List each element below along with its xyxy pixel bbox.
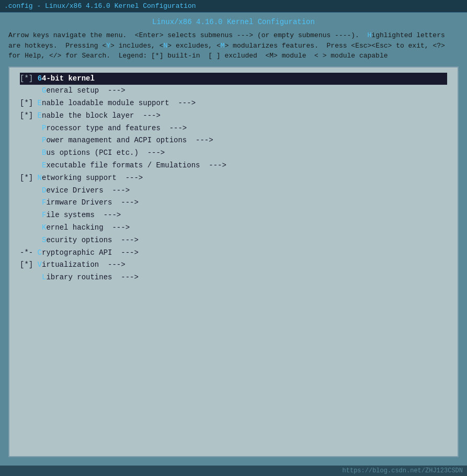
menu-item-power-mgmt[interactable]: Power management and ACPI options ---> (20, 134, 447, 147)
menu-item-processor[interactable]: Processor type and features ---> (20, 122, 447, 135)
menu-item-library-routines[interactable]: Library routines ---> (20, 271, 447, 284)
menu-item-virtualization[interactable]: [*] Virtualization ---> (20, 259, 447, 271)
config-title: Linux/x86 4.16.0 Kernel Configuration (8, 18, 459, 26)
menu-item-file-systems[interactable]: File systems ---> (20, 209, 447, 222)
menu-item-kernel-hacking[interactable]: Kernel hacking ---> (20, 222, 447, 234)
menu-item-security-options[interactable]: Security options ---> (20, 234, 447, 247)
menu-box[interactable]: [*] 64-bit kernel General setup ---> [*]… (8, 66, 459, 458)
menu-item-device-drivers[interactable]: Device Drivers ---> (20, 185, 447, 197)
menu-item-exec-formats[interactable]: Executable file formats / Emulations ---… (20, 160, 447, 172)
menu-item-firmware-drivers[interactable]: Firmware Drivers ---> (20, 197, 447, 209)
title-bar-text: .config - Linux/x86 4.16.0 Kernel Config… (4, 2, 196, 10)
main-container: Linux/x86 4.16.0 Kernel Configuration Ar… (0, 13, 467, 476)
menu-item-64bit[interactable]: [*] 64-bit kernel (20, 73, 447, 85)
instructions: Arrow keys navigate the menu. <Enter> se… (8, 30, 459, 61)
menu-item-bus-options[interactable]: Bus options (PCI etc.) ---> (20, 147, 447, 160)
title-bar: .config - Linux/x86 4.16.0 Kernel Config… (0, 0, 467, 13)
menu-item-loadable-module[interactable]: [*] Enable loadable module support ---> (20, 97, 447, 110)
menu-item-networking[interactable]: [*] Networking support ---> (20, 172, 447, 185)
watermark-text: https://blog.csdn.net/ZHJ123CSDN (343, 467, 463, 474)
menu-item-block-layer[interactable]: [*] Enable the block layer ---> (20, 110, 447, 122)
watermark-bar: https://blog.csdn.net/ZHJ123CSDN (0, 466, 467, 476)
menu-item-general-setup[interactable]: General setup ---> (20, 85, 447, 97)
menu-item-crypto-api[interactable]: -*- Cryptographic API ---> (20, 247, 447, 259)
